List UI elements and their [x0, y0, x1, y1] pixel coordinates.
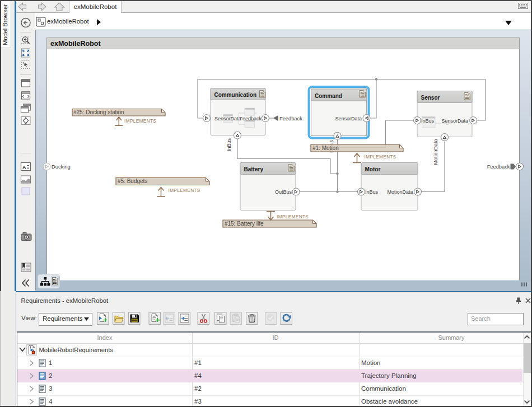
svg-text:MotionData: MotionData: [387, 189, 413, 195]
svg-text:Feedback: Feedback: [487, 164, 510, 170]
svg-text:Feedback: Feedback: [239, 116, 262, 121]
svg-text:Communication: Communication: [214, 92, 257, 98]
svg-text:Battery: Battery: [244, 166, 264, 172]
svg-text:IMPLEMENTS: IMPLEMENTS: [365, 155, 396, 160]
svg-text:InBus: InBus: [365, 189, 379, 195]
svg-text:#25: Docking station: #25: Docking station: [73, 109, 124, 115]
svg-text:Feedback: Feedback: [279, 116, 302, 121]
svg-text:IMPLEMENTS: IMPLEMENTS: [277, 214, 309, 219]
svg-text:InBus: InBus: [421, 118, 435, 124]
svg-text:Docking: Docking: [52, 164, 71, 170]
svg-text:InBus: InBus: [226, 138, 232, 151]
svg-text:#5: Budgets: #5: Budgets: [118, 178, 147, 184]
svg-text:OutBus: OutBus: [275, 189, 292, 195]
svg-text:SensorData: SensorData: [441, 118, 468, 124]
svg-text:SensorData: SensorData: [214, 116, 241, 121]
svg-text:Motor: Motor: [365, 166, 381, 172]
svg-text:IMPLEMENTS: IMPLEMENTS: [124, 119, 156, 124]
svg-text:#15: Battery life: #15: Battery life: [225, 221, 264, 227]
svg-text:IMPLEMENTS: IMPLEMENTS: [169, 188, 200, 193]
svg-text:Command: Command: [315, 93, 342, 99]
svg-text:exMobileRobot: exMobileRobot: [50, 40, 101, 48]
svg-text:MotionData: MotionData: [433, 139, 438, 165]
svg-text:Sensor: Sensor: [421, 95, 440, 101]
svg-text:#1: Motion: #1: Motion: [312, 145, 339, 151]
svg-text:SensorData: SensorData: [335, 116, 362, 121]
